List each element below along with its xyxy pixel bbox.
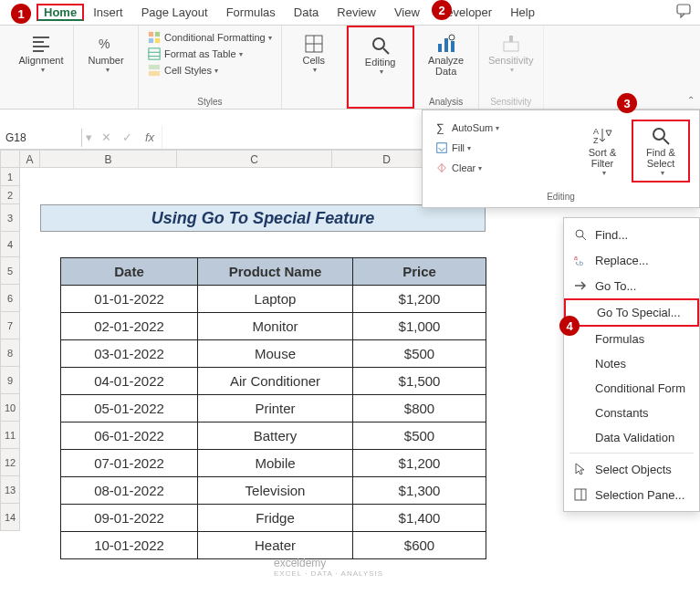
col-C[interactable]: C bbox=[177, 150, 332, 168]
cell-price[interactable]: $1,200 bbox=[353, 450, 486, 477]
cell-product[interactable]: Mouse bbox=[198, 340, 353, 368]
format-as-table-button[interactable]: Format as Table bbox=[144, 46, 276, 62]
cell-price[interactable]: $600 bbox=[353, 532, 486, 559]
cell-price[interactable]: $500 bbox=[353, 340, 486, 368]
cell-date[interactable]: 04-01-2022 bbox=[61, 368, 198, 395]
menu-formulas[interactable]: Formulas bbox=[564, 327, 699, 351]
table-row[interactable]: 09-01-2022Fridge$1,400 bbox=[61, 505, 486, 532]
cell-date[interactable]: 09-01-2022 bbox=[61, 505, 198, 532]
table-row[interactable]: 01-01-2022Laptop$1,200 bbox=[61, 286, 486, 313]
menu-select-objects[interactable]: Select Objects bbox=[564, 456, 699, 482]
namebox-chevron-icon[interactable]: ▾ bbox=[82, 130, 96, 144]
table-row[interactable]: 07-01-2022Mobile$1,200 bbox=[61, 450, 486, 477]
cell-date[interactable]: 10-01-2022 bbox=[61, 532, 198, 559]
row-6[interactable]: 6 bbox=[0, 285, 20, 312]
cells-button[interactable]: Cells bbox=[287, 29, 340, 78]
row-4[interactable]: 4 bbox=[0, 232, 20, 257]
row-9[interactable]: 9 bbox=[0, 367, 20, 394]
row-3[interactable]: 3 bbox=[0, 204, 20, 232]
cell-price[interactable]: $500 bbox=[353, 422, 486, 450]
row-10[interactable]: 10 bbox=[0, 394, 20, 422]
cell-price[interactable]: $800 bbox=[353, 395, 486, 422]
row-1[interactable]: 1 bbox=[0, 168, 20, 186]
cell-price[interactable]: $1,500 bbox=[353, 368, 486, 395]
tab-home[interactable]: Home bbox=[37, 4, 84, 21]
name-box[interactable]: G18 bbox=[0, 129, 82, 147]
cell-date[interactable]: 05-01-2022 bbox=[61, 395, 198, 422]
clear-button[interactable]: Clear bbox=[432, 160, 573, 176]
tab-view[interactable]: View bbox=[385, 2, 429, 23]
row-11[interactable]: 11 bbox=[0, 422, 20, 449]
tab-page-layout[interactable]: Page Layout bbox=[132, 2, 217, 23]
cell-date[interactable]: 06-01-2022 bbox=[61, 422, 198, 450]
group-styles: Conditional Formatting Format as Table C… bbox=[139, 26, 282, 109]
col-A[interactable]: A bbox=[20, 150, 40, 168]
comments-icon[interactable] bbox=[676, 4, 693, 21]
menu-goto[interactable]: Go To... bbox=[564, 273, 699, 298]
menu-conditional-formatting[interactable]: Conditional Form bbox=[564, 376, 699, 401]
tab-insert[interactable]: Insert bbox=[84, 2, 132, 23]
editing-button[interactable]: Editing bbox=[354, 31, 407, 79]
cell-product[interactable]: Printer bbox=[198, 395, 353, 422]
cell-product[interactable]: Television bbox=[198, 477, 353, 505]
number-button[interactable]: % Number bbox=[79, 29, 132, 78]
tab-data[interactable]: Data bbox=[285, 2, 328, 23]
table-row[interactable]: 06-01-2022Battery$500 bbox=[61, 422, 486, 450]
menu-find[interactable]: Find... bbox=[564, 222, 699, 247]
autosum-button[interactable]: ∑ AutoSum bbox=[432, 120, 573, 136]
table-row[interactable]: 08-01-2022Television$1,300 bbox=[61, 477, 486, 505]
cell-product[interactable]: Heater bbox=[198, 532, 353, 559]
row-14[interactable]: 14 bbox=[0, 504, 20, 531]
menu-goto-special[interactable]: Go To Special... bbox=[564, 298, 699, 327]
cell-price[interactable]: $1,000 bbox=[353, 313, 486, 340]
row-2[interactable]: 2 bbox=[0, 186, 20, 204]
table-row[interactable]: 04-01-2022Air Conditioner$1,500 bbox=[61, 368, 486, 395]
cancel-icon[interactable]: ✕ bbox=[96, 130, 117, 144]
table-row[interactable]: 03-01-2022Mouse$500 bbox=[61, 340, 486, 368]
ribbon-collapse-chevron-icon[interactable]: ⌃ bbox=[687, 95, 695, 105]
group-cells: Cells bbox=[282, 26, 347, 109]
menu-data-validation[interactable]: Data Validation bbox=[564, 425, 699, 450]
conditional-formatting-button[interactable]: Conditional Formatting bbox=[144, 29, 276, 46]
menu-selection-pane[interactable]: Selection Pane... bbox=[564, 482, 699, 507]
cell-price[interactable]: $1,200 bbox=[353, 286, 486, 313]
cell-product[interactable]: Laptop bbox=[198, 286, 353, 313]
row-7[interactable]: 7 bbox=[0, 312, 20, 339]
row-12[interactable]: 12 bbox=[0, 449, 20, 476]
row-8[interactable]: 8 bbox=[0, 339, 20, 367]
cell-date[interactable]: 01-01-2022 bbox=[61, 286, 198, 313]
cell-product[interactable]: Mobile bbox=[198, 450, 353, 477]
table-row[interactable]: 10-01-2022Heater$600 bbox=[61, 532, 486, 559]
alignment-button[interactable]: Alignment bbox=[15, 29, 68, 78]
tab-review[interactable]: Review bbox=[328, 2, 385, 23]
enter-icon[interactable]: ✓ bbox=[117, 130, 138, 144]
cell-date[interactable]: 03-01-2022 bbox=[61, 340, 198, 368]
select-all-corner[interactable] bbox=[0, 150, 20, 168]
menu-constants[interactable]: Constants bbox=[564, 401, 699, 425]
table-row[interactable]: 02-01-2022Monitor$1,000 bbox=[61, 313, 486, 340]
analyze-data-button[interactable]: Analyze Data bbox=[420, 29, 473, 80]
menu-replace[interactable]: ab Replace... bbox=[564, 247, 699, 273]
tab-formulas[interactable]: Formulas bbox=[217, 2, 285, 23]
row-5[interactable]: 5 bbox=[0, 257, 20, 285]
cell-styles-button[interactable]: Cell Styles bbox=[144, 62, 276, 78]
fill-button[interactable]: Fill bbox=[432, 140, 573, 156]
tab-help[interactable]: Help bbox=[501, 2, 544, 23]
cell-product[interactable]: Monitor bbox=[198, 313, 353, 340]
find-select-button[interactable]: Find & Select bbox=[632, 120, 690, 183]
sort-filter-button[interactable]: AZ Sort & Filter bbox=[573, 120, 632, 183]
cell-product[interactable]: Battery bbox=[198, 422, 353, 450]
cell-date[interactable]: 08-01-2022 bbox=[61, 477, 198, 505]
table-row[interactable]: 05-01-2022Printer$800 bbox=[61, 395, 486, 422]
cell-date[interactable]: 07-01-2022 bbox=[61, 450, 198, 477]
cell-date[interactable]: 02-01-2022 bbox=[61, 313, 198, 340]
cell-price[interactable]: $1,400 bbox=[353, 505, 486, 532]
sensitivity-button[interactable]: Sensitivity bbox=[485, 29, 538, 78]
col-B[interactable]: B bbox=[40, 150, 177, 168]
cell-product[interactable]: Air Conditioner bbox=[198, 368, 353, 395]
cell-product[interactable]: Fridge bbox=[198, 505, 353, 532]
fx-icon[interactable]: fx bbox=[138, 130, 162, 144]
menu-notes[interactable]: Notes bbox=[564, 351, 699, 376]
cell-price[interactable]: $1,300 bbox=[353, 477, 486, 505]
row-13[interactable]: 13 bbox=[0, 476, 20, 504]
